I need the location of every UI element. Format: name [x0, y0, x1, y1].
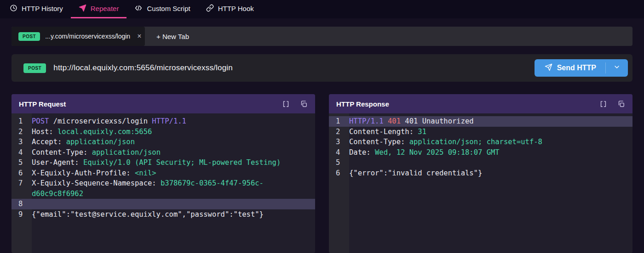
nav-label: Custom Script — [147, 5, 190, 12]
send-http-main[interactable]: Send HTTP — [535, 59, 605, 77]
code-line: 4Date: Wed, 12 Nov 2025 09:18:07 GMT — [329, 147, 632, 158]
panel-title: HTTP Response — [336, 100, 389, 108]
response-panel-header: HTTP Response — [329, 94, 632, 113]
line-number: 5 — [12, 157, 32, 168]
line-number: 2 — [12, 127, 32, 137]
code-line: 9{"email":"test@service.equixly.com","pa… — [12, 209, 315, 220]
code-line-text: Accept: application/json — [32, 137, 141, 147]
line-number — [12, 189, 32, 199]
code-line-text: {"email":"test@service.equixly.com","pas… — [32, 209, 270, 220]
send-options-dropdown[interactable] — [606, 59, 628, 77]
paper-plane-icon — [79, 4, 86, 13]
method-badge[interactable]: POST — [23, 63, 46, 73]
code-line: 1POST /microservicexss/login HTTP/1.1 — [12, 116, 315, 127]
code-line: 5 — [329, 157, 632, 168]
send-icon — [545, 63, 552, 73]
url-input[interactable]: http://local.equixly.com:5656/microservi… — [53, 63, 233, 73]
line-number: 6 — [329, 168, 349, 179]
line-number: 4 — [329, 147, 349, 158]
tab-strip: POST ...y.com/microservicexss/login × + … — [12, 27, 632, 46]
nav-item-custom-script[interactable]: Custom Script — [126, 0, 198, 18]
code-line: 2Content-Length: 31 — [329, 127, 632, 137]
request-tab[interactable]: POST ...y.com/microservicexss/login × — [12, 27, 145, 46]
code-line-text: {"error":"invalid credentials"} — [349, 168, 489, 179]
editor-panels: HTTP Request 1POST /microservicexss/logi… — [12, 94, 632, 253]
nav-item-http-history[interactable]: HTTP History — [2, 0, 71, 18]
code-line-text: Content-Type: application/json — [32, 147, 167, 158]
expand-icon[interactable] — [282, 100, 290, 108]
top-navigation: HTTP History Repeater Custom Script HTTP… — [0, 0, 644, 18]
line-number: 3 — [329, 137, 349, 147]
request-code-editor[interactable]: 1POST /microservicexss/login HTTP/1.12Ho… — [12, 113, 315, 253]
panel-title: HTTP Request — [19, 100, 66, 108]
code-line-text: Date: Wed, 12 Nov 2025 09:18:07 GMT — [349, 147, 506, 158]
code-line: 2Host: local.equixly.com:5656 — [12, 127, 315, 137]
line-number: 8 — [12, 199, 32, 209]
clock-icon — [10, 4, 17, 13]
http-request-panel: HTTP Request 1POST /microservicexss/logi… — [12, 94, 315, 253]
line-number: 6 — [12, 168, 32, 179]
line-number: 3 — [12, 137, 32, 147]
code-line: 5User-Agent: Equixly/1.0 (API Security; … — [12, 157, 315, 168]
panel-actions — [282, 100, 308, 108]
code-line: 4Content-Type: application/json — [12, 147, 315, 158]
url-bar[interactable]: POST http://local.equixly.com:5656/micro… — [12, 54, 632, 82]
http-response-panel: HTTP Response 1HTTP/1.1 401 401 Unauthor… — [329, 94, 632, 253]
nav-item-repeater[interactable]: Repeater — [71, 0, 127, 18]
code-line: 8 — [12, 199, 315, 209]
link-icon — [206, 4, 214, 13]
code-line: 7X-Equixly-Sequence-Namespace: b378679c-… — [12, 178, 315, 189]
line-number: 4 — [12, 147, 32, 158]
close-icon[interactable]: × — [137, 33, 141, 40]
code-line: 6{"error":"invalid credentials"} — [329, 168, 632, 179]
expand-icon[interactable] — [599, 100, 607, 108]
nav-label: HTTP History — [22, 5, 63, 12]
new-tab-button[interactable]: + New Tab — [145, 27, 201, 46]
line-number: 1 — [329, 116, 349, 127]
method-badge: POST — [18, 32, 40, 41]
code-line-text: X-Equixly-Auth-Profile: <nil> — [32, 168, 163, 179]
send-label: Send HTTP — [557, 64, 596, 72]
code-line-text: POST /microservicexss/login HTTP/1.1 — [32, 116, 193, 127]
nav-label: HTTP Hook — [218, 5, 254, 12]
send-http-button[interactable]: Send HTTP — [535, 59, 628, 77]
chevron-down-icon — [613, 63, 621, 73]
line-number: 9 — [12, 209, 32, 220]
code-line: 3Content-Type: application/json; charset… — [329, 137, 632, 147]
code-line: 6X-Equixly-Auth-Profile: <nil> — [12, 168, 315, 179]
line-number: 5 — [329, 157, 349, 168]
tab-label: ...y.com/microservicexss/login — [45, 33, 130, 40]
code-line: d60c9c8f6962 — [12, 189, 315, 199]
response-code-editor[interactable]: 1HTTP/1.1 401 401 Unauthorized2Content-L… — [329, 113, 632, 253]
copy-icon[interactable] — [617, 100, 625, 108]
code-line-text: Content-Type: application/json; charset=… — [349, 137, 549, 147]
code-line-text: Content-Length: 31 — [349, 127, 433, 137]
code-line-text: User-Agent: Equixly/1.0 (API Security; M… — [32, 157, 287, 168]
code-line-text: Host: local.equixly.com:5656 — [32, 127, 158, 137]
line-number: 7 — [12, 178, 32, 189]
nav-label: Repeater — [91, 5, 119, 12]
line-number: 2 — [329, 127, 349, 137]
code-line-text — [32, 199, 38, 209]
request-panel-header: HTTP Request — [12, 94, 315, 113]
code-line-text: HTTP/1.1 401 401 Unauthorized — [349, 116, 480, 127]
panel-actions — [599, 100, 625, 108]
code-line-text: X-Equixly-Sequence-Namespace: b378679c-0… — [32, 178, 270, 189]
copy-icon[interactable] — [300, 100, 308, 108]
code-line-text: d60c9c8f6962 — [32, 189, 90, 199]
code-line: 3Accept: application/json — [12, 137, 315, 147]
nav-item-http-hook[interactable]: HTTP Hook — [198, 0, 262, 18]
code-line: 1HTTP/1.1 401 401 Unauthorized — [329, 116, 632, 127]
line-number: 1 — [12, 116, 32, 127]
code-icon — [134, 4, 143, 13]
code-line-text — [349, 157, 356, 168]
